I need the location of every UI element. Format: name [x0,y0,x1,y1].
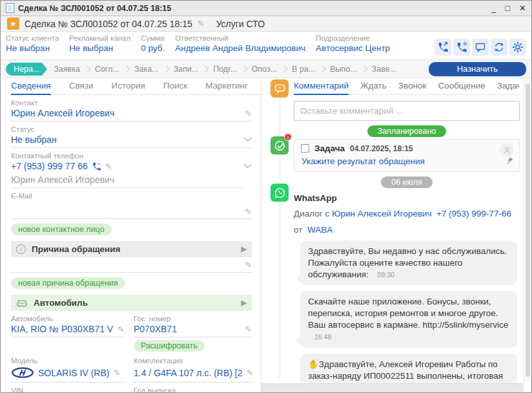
tab-history[interactable]: История [112,78,145,95]
stage-item[interactable]: Опоз... [248,65,281,74]
stage-item[interactable]: Выпо... [326,65,360,74]
deal-title: Сделка № ЗСЛ001052 от 04.07.25 18:15 [25,19,192,29]
stage-separator-icon [281,66,288,72]
settings-button[interactable] [509,39,526,56]
edit-title-icon[interactable]: ✎ [198,19,205,28]
department-value[interactable]: Автосервис Центр [316,43,390,53]
client-status-value[interactable]: Не выбран [6,43,59,53]
deal-category: Услуги СТО [216,19,265,29]
chevron-down-icon[interactable] [243,137,252,142]
model-link[interactable]: SOLARIS IV (RB) [38,368,109,378]
comment-input[interactable] [294,101,520,121]
status-value[interactable]: Не выбран [11,134,57,145]
message-bubble: ✋Здравствуйте, Алексей Игоревич Работы п… [300,354,517,383]
timeline-tabs: Комментарий Ждать Звонок Сообщение Задач… [294,78,520,95]
pin-icon[interactable] [506,156,514,167]
tab-comment[interactable]: Комментарий [294,78,349,95]
call-button[interactable] [453,39,470,56]
maximize-button[interactable]: □ [505,4,510,12]
new-reason-action[interactable]: новая причина обращения [11,277,125,289]
stage-item[interactable]: В ра... [288,65,319,74]
email-field: E-Mail ✎ [11,192,252,219]
deal-header: ★ Сделка № ЗСЛ001052 от 04.07.25 18:15 ✎… [1,16,531,32]
task-result-link[interactable]: Укажите результат обращения [302,156,513,166]
trim-link[interactable]: 1.4 / G4FA 107 л.с. (RB) [2 [134,368,242,378]
date-divider-badge: 06 июля [381,176,433,188]
task-count-badge: 1 [284,133,292,141]
dialog-phone-link[interactable]: +7 (953) 999-77-66 [436,209,511,218]
edit-plate-icon[interactable]: ✎ [245,325,252,334]
task-datetime: 04.07.2025, 18:15 [350,144,413,153]
stage-item-active[interactable]: Нера... [6,63,42,76]
contact-link[interactable]: Юрин Алексей Игоревич [11,108,114,118]
status-field: Статус Не выбран [11,125,252,148]
stage-item[interactable]: Запи... [170,65,203,74]
assignee-avatar [500,143,514,157]
dialog-source-link[interactable]: WABA [307,225,332,235]
trim-field: Комплектация 1.4 / G4FA 107 л.с. (RB) [2… [134,357,253,383]
field-responsible: Ответственный Андреев Андрей Владимирови… [175,34,305,59]
decode-plate-action[interactable]: Расшифровать [134,340,205,352]
close-button[interactable]: ✕ [519,4,526,12]
stage-item[interactable]: Зака... [130,65,163,74]
minimize-button[interactable]: _ [491,4,496,12]
details-panel: Сведения Связи История Поиск Маркетинг К… [1,78,261,392]
phone-icon [456,41,467,53]
dialog-contact-link[interactable]: Юрин Алексей Игоревич [332,209,432,218]
refresh-button[interactable] [491,39,507,56]
timeline-feed: Комментарий Ждать Звонок Сообщение Задач… [294,78,520,383]
stage-item[interactable]: Подг... [209,65,240,74]
whatsapp-event-icon [271,184,289,202]
edit-model-icon[interactable]: ✎ [113,368,120,377]
edit-reason-icon[interactable]: ✎ [245,260,252,269]
person-icon [503,146,511,154]
amount-value[interactable]: 0 руб. [141,43,165,53]
phone-link[interactable]: +7 (953) 999 77 66 [11,161,88,171]
car-link[interactable]: KIA, RIO № P030XB71 VIN Z [11,324,114,334]
edit-contact-icon[interactable]: ✎ [245,109,252,118]
stage-item[interactable]: Заявка [50,65,84,74]
plate-value[interactable]: P070XB71 [134,324,177,334]
deal-window: Сделка № ЗСЛ001052 от 04.07.25 18:15 _ □… [0,0,532,393]
planned-badge: Запланировано [367,125,447,137]
vertical-scrollbar[interactable] [524,78,531,383]
tab-search[interactable]: Поиск [163,78,187,95]
horizontal-scrollbar[interactable] [261,383,524,392]
dial-phone-icon[interactable] [92,162,101,171]
date-divider: 06 июля [294,176,520,188]
expand-right-icon[interactable]: ▶ [241,299,247,307]
tab-wait[interactable]: Ждать [360,78,387,95]
tab-relations[interactable]: Связи [69,78,94,95]
scrollbar-thumb[interactable] [526,83,530,377]
tab-marketing[interactable]: Маркетинг [205,78,248,95]
car-section-header[interactable]: Автомобиль ▶ [11,295,252,311]
responsible-value[interactable]: Андреев Андрей Владимирович [175,43,305,53]
edit-car-icon[interactable]: ✎ [118,325,125,334]
plate-field: Гос. номер P070XB71 ✎ [134,315,252,337]
field-department: Подразделение Автосервис Центр [316,34,390,59]
tab-message[interactable]: Сообщение [438,78,485,95]
call-forward-button[interactable] [435,39,451,56]
document-icon [6,3,14,13]
ad-channel-value[interactable]: Не выбран [69,43,130,53]
assign-button[interactable]: Назначить [429,62,526,76]
tab-call[interactable]: Звонок [398,78,427,95]
expand-right-icon[interactable]: ▶ [241,245,247,253]
edit-phone-icon[interactable]: ✎ [105,162,112,171]
edit-email-icon[interactable]: ✎ [245,207,252,216]
new-contact-action[interactable]: новое контактное лицо [11,224,112,235]
tab-details[interactable]: Сведения [11,78,51,95]
chat-icon [475,41,486,53]
phone-owner: Юрин Алексей Игоревич [11,174,243,188]
field-amount: Сумма 0 руб. [141,34,165,59]
message-button[interactable] [472,39,489,56]
reason-value-row[interactable]: ✎ [11,257,252,273]
task-checkbox[interactable] [301,144,309,153]
deal-star-icon: ★ [7,17,19,30]
reason-section-header[interactable]: i Причина обращения ▶ [11,241,252,257]
stage-item[interactable]: Согл... [91,65,123,74]
stage-item[interactable]: Заве... [368,65,400,74]
edit-trim-icon[interactable]: ✎ [246,368,253,377]
chevron-down-icon[interactable] [243,164,252,169]
tab-task[interactable]: Задача [497,78,520,95]
